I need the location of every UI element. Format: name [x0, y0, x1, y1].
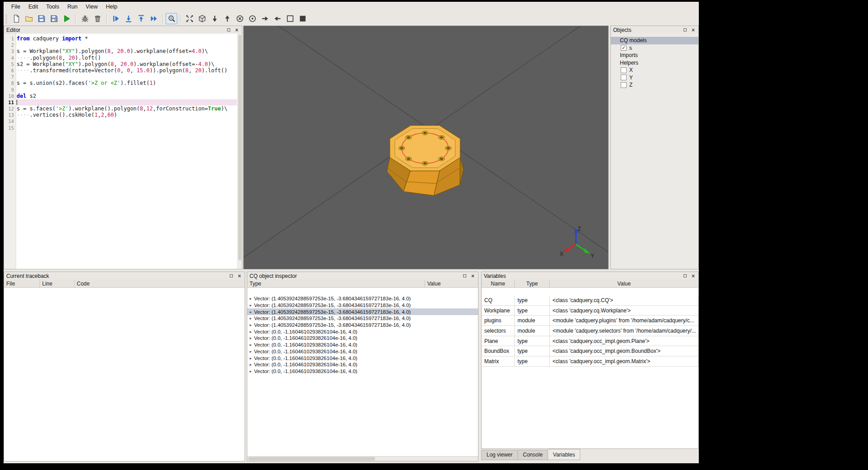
continue-button[interactable]: [147, 13, 160, 25]
objects-close-button[interactable]: ×: [690, 27, 696, 33]
tab-variables[interactable]: Variables: [548, 449, 580, 460]
view-left-button[interactable]: [271, 13, 284, 25]
variable-row[interactable]: Planetype<class 'cadquery.occ_impl.geom.…: [482, 336, 698, 347]
objects-panel-titlebar[interactable]: Objects ×: [611, 26, 698, 34]
column-header[interactable]: Type: [247, 280, 425, 287]
inspector-panel-titlebar[interactable]: CQ object inspector ×: [247, 272, 478, 280]
column-header[interactable]: Type: [515, 280, 550, 287]
tree-item-helper-y[interactable]: Y: [611, 74, 698, 82]
inspector-horizontal-scrollbar[interactable]: [247, 456, 478, 461]
column-header[interactable]: Code: [75, 280, 245, 287]
objects-float-button[interactable]: [682, 27, 688, 33]
tree-item-imports[interactable]: Imports: [611, 52, 698, 59]
column-header[interactable]: Value: [425, 280, 478, 287]
inspector-close-button[interactable]: ×: [470, 273, 476, 279]
view-bottom-button[interactable]: [221, 13, 233, 25]
inspector-row[interactable]: ▸Vector: (1.4053924288597253e-15, -3.680…: [247, 295, 478, 302]
inspector-row[interactable]: ▸Vector: (0.0, -1.1604610293826104e-16, …: [247, 355, 478, 361]
render-button[interactable]: [60, 13, 73, 25]
inspector-float-button[interactable]: [462, 273, 468, 279]
inspector-row[interactable]: ▸Vector: (0.0, -1.1604610293826104e-16, …: [247, 361, 478, 368]
expand-arrow-icon[interactable]: ▸: [247, 323, 254, 327]
traceback-close-button[interactable]: ×: [237, 273, 242, 279]
expand-arrow-icon[interactable]: ▸: [247, 362, 254, 367]
scrollbar-thumb[interactable]: [248, 457, 375, 461]
open-button[interactable]: [22, 13, 35, 25]
menu-help[interactable]: Help: [102, 3, 122, 11]
expand-arrow-icon[interactable]: ▸: [247, 356, 254, 360]
inspector-row[interactable]: ▸Vector: (0.0, -1.1604610293826104e-16, …: [247, 328, 478, 335]
inspector-row[interactable]: ▸Vector: (1.4053924288597253e-15, -3.680…: [247, 308, 478, 315]
menu-file[interactable]: File: [7, 3, 24, 11]
column-header[interactable]: Name: [482, 280, 515, 287]
helper-checkbox[interactable]: [621, 82, 627, 88]
expand-arrow-icon[interactable]: ▸: [247, 303, 254, 307]
expand-arrow-icon[interactable]: ▸: [247, 329, 254, 334]
tree-item-helper-x[interactable]: X: [611, 66, 698, 74]
traceback-panel-titlebar[interactable]: Current traceback ×: [4, 272, 245, 280]
model-checkbox[interactable]: ✓: [621, 45, 627, 51]
inspector-row[interactable]: ▸Vector: (1.4053924288597253e-15, -3.680…: [247, 302, 478, 309]
fit-view-button[interactable]: [183, 13, 196, 25]
variables-panel-titlebar[interactable]: Variables ×: [482, 272, 698, 280]
expand-arrow-icon[interactable]: ▸: [247, 310, 254, 314]
step-return-button[interactable]: [135, 13, 147, 25]
toolbar-drag-handle[interactable]: [6, 14, 8, 23]
menu-run[interactable]: Run: [63, 3, 82, 11]
inspector-row[interactable]: ▸Vector: (0.0, -1.1604610293826104e-16, …: [247, 348, 478, 355]
wireframe-button[interactable]: [284, 13, 296, 25]
tab-console[interactable]: Console: [518, 450, 548, 460]
expand-arrow-icon[interactable]: ▸: [247, 336, 254, 340]
variables-close-button[interactable]: ×: [690, 273, 696, 279]
tree-item-helper-z[interactable]: Z: [611, 81, 698, 89]
iso-view-button[interactable]: [196, 13, 208, 25]
step-button[interactable]: [110, 13, 122, 25]
expand-arrow-icon[interactable]: ▸: [247, 343, 254, 347]
menu-view[interactable]: View: [82, 3, 102, 11]
view-right-button[interactable]: [259, 13, 271, 25]
step-into-button[interactable]: [122, 13, 135, 25]
helper-checkbox[interactable]: [621, 75, 627, 80]
editor-float-button[interactable]: [226, 27, 232, 33]
column-header[interactable]: Line: [40, 280, 75, 287]
column-header[interactable]: File: [4, 280, 40, 287]
helper-checkbox[interactable]: [621, 67, 627, 73]
inspector-row[interactable]: ▸Vector: (1.4053924288597253e-15, -3.680…: [247, 322, 478, 329]
traceback-float-button[interactable]: [228, 273, 234, 279]
variables-float-button[interactable]: [682, 273, 688, 279]
expand-arrow-icon[interactable]: ▸: [247, 369, 254, 373]
expand-arrow-icon[interactable]: ▸: [247, 316, 254, 321]
variable-row[interactable]: selectorsmodule<module 'cadquery.selecto…: [482, 326, 698, 336]
inspector-row[interactable]: ▸Vector: (0.0, -1.1604610293826104e-16, …: [247, 342, 478, 348]
column-header[interactable]: Value: [550, 280, 698, 287]
inspector-row[interactable]: ▸Vector: (1.4053924288597253e-15, -3.680…: [247, 315, 478, 322]
view-front-button[interactable]: [246, 13, 259, 25]
scrollbar-thumb[interactable]: [238, 35, 241, 260]
expand-arrow-icon[interactable]: ▸: [247, 296, 254, 301]
new-file-button[interactable]: [10, 13, 22, 25]
save-button[interactable]: [35, 13, 48, 25]
view-top-button[interactable]: [208, 13, 221, 25]
tab-log-viewer[interactable]: Log viewer: [481, 450, 518, 460]
editor-close-button[interactable]: ×: [234, 27, 240, 33]
shaded-button[interactable]: [296, 13, 309, 25]
variable-row[interactable]: pluginsmodule<module 'cadquery.plugins' …: [482, 316, 698, 326]
code-editor[interactable]: from cadquery import *s = Workplane("XY"…: [17, 35, 237, 131]
variable-row[interactable]: Workplanetype<class 'cadquery.cq.Workpla…: [482, 306, 698, 316]
menu-edit[interactable]: Edit: [24, 3, 42, 11]
debug-button[interactable]: [79, 13, 91, 25]
viewport-3d[interactable]: X Y Z: [243, 26, 609, 269]
variable-row[interactable]: BoundBoxtype<class 'cadquery.occ_impl.ge…: [482, 346, 698, 356]
editor-panel-titlebar[interactable]: Editor ×: [4, 26, 242, 34]
delete-button[interactable]: [91, 13, 104, 25]
save-as-button[interactable]: [48, 13, 60, 25]
tree-item-helpers[interactable]: Helpers: [611, 59, 698, 67]
inspector-row[interactable]: ▸Vector: (0.0, -1.1604610293826104e-16, …: [247, 368, 478, 375]
menu-tools[interactable]: Tools: [42, 3, 63, 11]
variable-row[interactable]: CQtype<class 'cadquery.cq.CQ'>: [482, 295, 698, 306]
view-back-button[interactable]: [233, 13, 246, 25]
zoom-button[interactable]: [166, 13, 177, 24]
editor-vertical-scrollbar[interactable]: [237, 34, 242, 269]
expand-arrow-icon[interactable]: ▸: [247, 349, 254, 354]
variable-row[interactable]: Matrixtype<class 'cadquery.occ_impl.geom…: [482, 356, 698, 367]
